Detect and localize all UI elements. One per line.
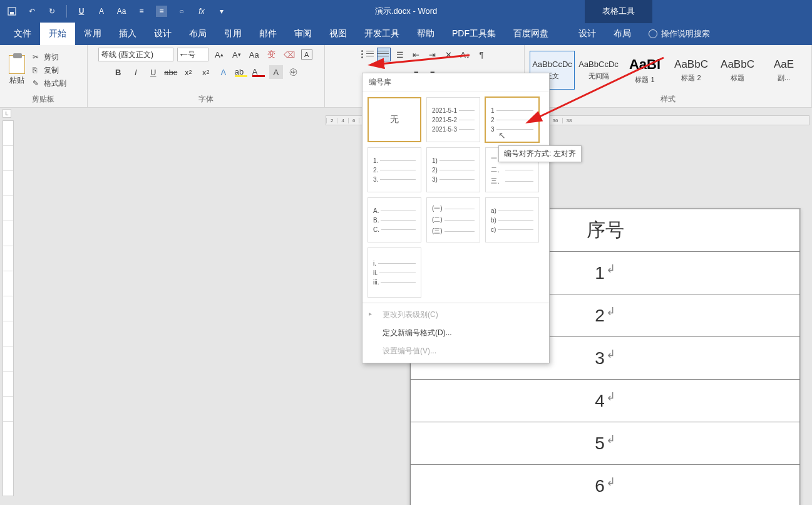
enclose-char-button[interactable]: ㊥	[287, 65, 301, 79]
tab-baidu[interactable]: 百度网盘	[505, 23, 557, 45]
style-preview: AaE	[774, 58, 794, 71]
cut-button[interactable]: ✂剪切	[33, 52, 66, 63]
numbering-menu-item: ▸更改列表级别(C)	[362, 306, 549, 324]
style-name: 副...	[778, 73, 790, 83]
group-font: 等线 (西文正文)▾ 一号▾ A▴ A▾ Aa 变 ⌫ A B I U abc …	[88, 45, 325, 107]
font-size-combo[interactable]: 一号▾	[177, 48, 208, 61]
superscript-button[interactable]: x2	[199, 65, 213, 79]
table-row[interactable]: 5↲	[411, 422, 800, 465]
tab-pdf[interactable]: PDF工具集	[443, 23, 505, 45]
paragraph-mark-icon: ↲	[606, 390, 615, 403]
tab-review[interactable]: 审阅	[285, 23, 321, 45]
undo-icon[interactable]: ↶	[26, 6, 38, 17]
numbering-option[interactable]: i.ii.iii.	[367, 247, 421, 298]
style-item[interactable]: AaBbC标题 2	[669, 51, 714, 90]
show-marks-button[interactable]: ¶	[475, 48, 488, 61]
numbering-option-none[interactable]: 无	[367, 97, 421, 142]
chevron-down-icon: ▾	[180, 52, 183, 58]
subscript-button[interactable]: x2	[182, 65, 195, 79]
table-tools-label: 表格工具	[585, 0, 652, 23]
font-color-qat-icon[interactable]: A	[96, 6, 107, 17]
highlight-button[interactable]: ab	[234, 65, 248, 79]
change-case-button[interactable]: Aa	[247, 48, 261, 61]
tab-view[interactable]: 视图	[321, 23, 356, 45]
shrink-font-button[interactable]: A▾	[230, 48, 244, 61]
bold-button[interactable]: B	[111, 65, 125, 79]
numbering-menu-item: 设置编号值(V)...	[362, 342, 549, 360]
underline-button[interactable]: U	[146, 65, 160, 79]
annotation-arrow-1	[376, 53, 476, 80]
quick-access-toolbar: ↶ ↻ U A Aa ≡ ≡ ○ fx ▾	[0, 5, 234, 18]
tab-common[interactable]: 常用	[75, 23, 110, 45]
numbering-option[interactable]: (一)(二)(三)	[426, 197, 480, 242]
tab-file[interactable]: 文件	[5, 23, 40, 45]
numbering-option[interactable]: a)b)c)	[485, 197, 539, 242]
numbering-option[interactable]: 1)2)3)	[426, 147, 480, 192]
style-item[interactable]: AaBbC标题	[715, 51, 760, 90]
style-name: 标题 2	[681, 73, 701, 83]
tab-references[interactable]: 引用	[215, 23, 250, 45]
italic-button[interactable]: I	[129, 65, 143, 79]
paragraph-mark-icon: ↲	[606, 305, 615, 318]
save-icon[interactable]	[6, 6, 18, 17]
svg-rect-1	[10, 12, 14, 14]
char-shading-button[interactable]: A	[269, 65, 283, 79]
style-preview: AaBbC	[721, 58, 754, 71]
ruler-corner[interactable]: L	[3, 109, 11, 118]
style-item[interactable]: AaE副...	[761, 51, 806, 90]
qat-more-icon[interactable]: ▾	[216, 6, 227, 17]
char-border-button[interactable]: A	[300, 48, 314, 61]
fx-qat-icon[interactable]: fx	[196, 6, 207, 17]
bullets-button[interactable]	[361, 48, 374, 61]
paragraph-mark-icon: ↲	[606, 476, 615, 488]
vertical-ruler[interactable]	[3, 120, 14, 496]
tab-home[interactable]: 开始	[40, 23, 75, 45]
tab-mailings[interactable]: 邮件	[250, 23, 285, 45]
bulb-icon	[649, 29, 657, 38]
tab-design[interactable]: 设计	[145, 23, 180, 45]
chevron-down-icon: ▾	[101, 52, 104, 58]
tab-layout[interactable]: 布局	[180, 23, 215, 45]
numbering-grid: 无 2021-5-12021-5-22021-5-31231.2.3.1)2)3…	[362, 92, 549, 303]
numbering-dropdown: 编号库 无 2021-5-12021-5-22021-5-31231.2.3.1…	[362, 73, 550, 363]
paste-button[interactable]: 粘贴	[5, 53, 29, 88]
format-painter-button[interactable]: ✎格式刷	[33, 78, 66, 89]
strike-button[interactable]: abc	[164, 65, 178, 79]
numbering-option[interactable]: 1.2.3.	[367, 147, 421, 192]
style-preview: AaBbC	[674, 58, 708, 71]
tab-help[interactable]: 帮助	[408, 23, 443, 45]
redo-icon[interactable]: ↻	[46, 6, 58, 17]
font-size-qat-icon[interactable]: Aa	[116, 6, 127, 17]
tab-table-layout[interactable]: 布局	[605, 23, 640, 45]
group-clipboard-label: 剪贴板	[5, 93, 82, 106]
numbering-tooltip: 编号对齐方式: 左对齐	[498, 145, 582, 162]
cursor-icon: ↖	[498, 130, 506, 140]
numbering-menu-item[interactable]: 定义新编号格式(D)...	[362, 324, 549, 342]
underline-qat-icon[interactable]: U	[76, 6, 87, 17]
font-name-combo[interactable]: 等线 (西文正文)▾	[98, 48, 173, 61]
tab-developer[interactable]: 开发工具	[356, 23, 408, 45]
tab-insert[interactable]: 插入	[110, 23, 145, 45]
paragraph-mark-icon: ↲	[606, 263, 615, 275]
grow-font-button[interactable]: A▴	[212, 48, 226, 61]
numbering-option[interactable]: 2021-5-12021-5-22021-5-3	[426, 97, 480, 142]
table-row[interactable]: 4↲	[411, 380, 800, 422]
document-title: 演示.docx - Word	[375, 6, 437, 17]
clear-format-button[interactable]: ⌫	[282, 48, 296, 61]
tab-table-design[interactable]: 设计	[570, 23, 605, 45]
paragraph-mark-icon: ↲	[606, 348, 615, 360]
bullets-qat-icon[interactable]: ≡	[136, 6, 147, 17]
style-name: 标题	[731, 73, 744, 83]
copy-button[interactable]: ⎘复制	[33, 65, 66, 76]
shape-qat-icon[interactable]: ○	[176, 6, 187, 17]
numbering-option[interactable]: 123	[485, 97, 539, 142]
table-row[interactable]: 6↲	[411, 465, 800, 506]
font-color-button[interactable]: A	[252, 65, 265, 79]
align-qat-icon[interactable]: ≡	[156, 6, 167, 17]
paste-label: 粘贴	[9, 75, 24, 86]
tell-me-search[interactable]: 操作说明搜索	[640, 23, 719, 45]
group-font-label: 字体	[93, 93, 319, 106]
numbering-option[interactable]: A.B.C.	[367, 197, 421, 242]
text-effect-button[interactable]: A	[217, 65, 230, 79]
phonetic-button[interactable]: 变	[265, 48, 279, 61]
